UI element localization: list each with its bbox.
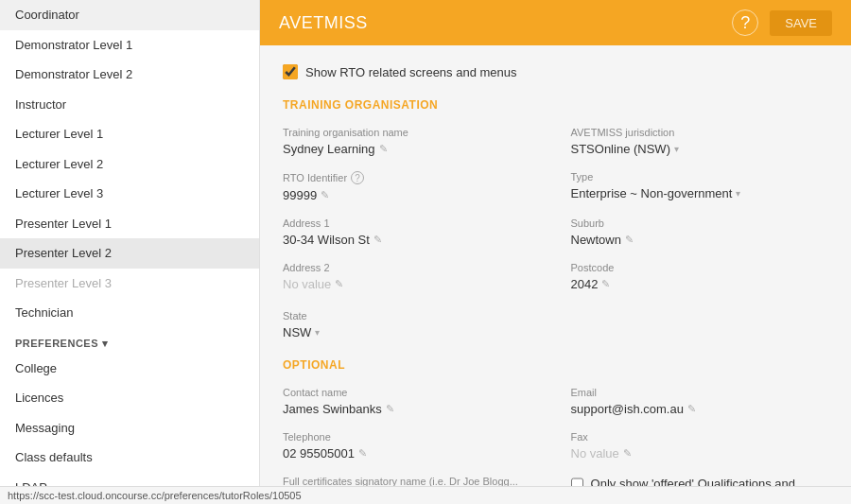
org-name-field: Training organisation name Sydney Learni… <box>283 127 541 156</box>
sidebar-item-coordinator[interactable]: Coordinator <box>0 0 259 30</box>
sidebar-item-lecturer-2[interactable]: Lecturer Level 2 <box>0 149 259 180</box>
suburb-field: Suburb Newtown ✎ <box>571 217 829 247</box>
show-rto-label: Show RTO related screens and menus <box>305 65 517 79</box>
chevron-down-icon: ▾ <box>102 338 109 350</box>
sidebar-item-demonstrator-1[interactable]: Demonstrator Level 1 <box>0 30 259 61</box>
sidebar: Coordinator Demonstrator Level 1 Demonst… <box>0 0 260 504</box>
email-label: Email <box>571 387 829 398</box>
address2-label: Address 2 <box>283 262 541 273</box>
sidebar-item-lecturer-3[interactable]: Lecturer Level 3 <box>0 179 259 209</box>
fax-field: Fax No value ✎ <box>571 431 829 461</box>
type-label: Type <box>571 171 829 182</box>
sidebar-item-presenter-2[interactable]: Presenter Level 2 <box>0 238 259 269</box>
type-field: Type Enterprise ~ Non-government ▾ <box>571 171 829 202</box>
sidebar-item-class-defaults[interactable]: Class defaults <box>0 443 259 473</box>
address1-value: 30-34 Wilson St ✎ <box>283 233 541 247</box>
help-button[interactable]: ? <box>732 9 758 36</box>
sidebar-item-lecturer-1[interactable]: Lecturer Level 1 <box>0 119 259 149</box>
header-actions: ? SAVE <box>732 9 832 36</box>
address1-label: Address 1 <box>283 217 541 229</box>
contact-name-field: Contact name James Swinbanks ✎ <box>283 387 541 416</box>
fax-value: No value ✎ <box>571 446 829 461</box>
sidebar-item-presenter-1[interactable]: Presenter Level 1 <box>0 209 259 239</box>
jurisdiction-label: AVETMISS jurisdiction <box>571 127 829 138</box>
show-rto-row: Show RTO related screens and menus <box>283 64 828 79</box>
page-title: AVETMISS <box>279 13 368 33</box>
telephone-label: Telephone <box>283 431 541 443</box>
rto-id-edit-icon[interactable]: ✎ <box>321 189 329 201</box>
postcode-field: Postcode 2042 ✎ <box>571 262 829 291</box>
suburb-label: Suburb <box>571 217 829 229</box>
telephone-field: Telephone 02 95505001 ✎ <box>283 431 541 461</box>
state-label: State <box>283 310 828 322</box>
address2-field: Address 2 No value ✎ <box>283 262 541 291</box>
preferences-section-header[interactable]: PREFERENCES ▾ <box>0 328 259 354</box>
contact-name-label: Contact name <box>283 387 541 398</box>
org-name-value: Sydney Learning ✎ <box>283 142 541 156</box>
org-name-label: Training organisation name <box>283 127 541 138</box>
rto-id-info-icon[interactable]: ? <box>351 171 364 184</box>
jurisdiction-field: AVETMISS jurisdiction STSOnline (NSW) ▾ <box>571 127 829 156</box>
state-value: NSW ▾ <box>283 325 828 339</box>
suburb-value: Newtown ✎ <box>571 233 829 247</box>
rto-id-value: 99999 ✎ <box>283 188 541 202</box>
rto-id-field: RTO Identifier ? 99999 ✎ <box>283 171 541 202</box>
rto-id-label: RTO Identifier ? <box>283 171 541 184</box>
postcode-edit-icon[interactable]: ✎ <box>601 278 610 290</box>
address2-edit-icon[interactable]: ✎ <box>335 278 343 290</box>
contact-name-value: James Swinbanks ✎ <box>283 402 541 416</box>
address2-value: No value ✎ <box>283 277 541 291</box>
sidebar-item-instructor[interactable]: Instructor <box>0 90 259 120</box>
postcode-value: 2042 ✎ <box>571 277 829 291</box>
suburb-edit-icon[interactable]: ✎ <box>625 234 634 246</box>
sidebar-item-messaging[interactable]: Messaging <box>0 413 259 443</box>
address1-edit-icon[interactable]: ✎ <box>373 234 382 246</box>
type-dropdown-icon[interactable]: ▾ <box>736 188 740 199</box>
save-button[interactable]: SAVE <box>770 10 832 36</box>
email-value: support@ish.com.au ✎ <box>571 402 829 416</box>
fax-edit-icon[interactable]: ✎ <box>623 447 632 460</box>
show-rto-checkbox[interactable] <box>283 64 298 79</box>
optional-section-header: OPTIONAL <box>283 358 828 372</box>
email-field: Email support@ish.com.au ✎ <box>571 387 829 416</box>
sidebar-item-college[interactable]: College <box>0 354 259 384</box>
state-dropdown-icon[interactable]: ▾ <box>315 327 320 338</box>
type-value: Enterprise ~ Non-government ▾ <box>571 186 829 200</box>
sidebar-item-technician[interactable]: Technician <box>0 298 259 328</box>
sidebar-item-demonstrator-2[interactable]: Demonstrator Level 2 <box>0 60 259 90</box>
jurisdiction-dropdown-icon[interactable]: ▾ <box>674 144 679 154</box>
telephone-value: 02 95505001 ✎ <box>283 446 541 461</box>
content-area: Show RTO related screens and menus TRAIN… <box>260 45 851 504</box>
org-name-edit-icon[interactable]: ✎ <box>379 143 388 155</box>
contact-name-edit-icon[interactable]: ✎ <box>386 403 394 415</box>
header: AVETMISS ? SAVE <box>260 0 851 45</box>
sidebar-item-licences[interactable]: Licences <box>0 383 259 413</box>
address1-field: Address 1 30-34 Wilson St ✎ <box>283 217 541 247</box>
status-bar: https://scc-test.cloud.oncourse.cc/prefe… <box>0 486 260 504</box>
training-org-section-header: TRAINING ORGANISATION <box>283 98 828 112</box>
sidebar-item-presenter-3[interactable]: Presenter Level 3 <box>0 269 259 299</box>
telephone-edit-icon[interactable]: ✎ <box>358 447 367 460</box>
email-edit-icon[interactable]: ✎ <box>687 403 696 415</box>
training-org-fields: Training organisation name Sydney Learni… <box>283 127 828 291</box>
fax-label: Fax <box>571 431 829 443</box>
main-content: AVETMISS ? SAVE Show RTO related screens… <box>260 0 851 504</box>
state-field: State NSW ▾ <box>283 310 828 339</box>
postcode-label: Postcode <box>571 262 829 273</box>
preferences-label: PREFERENCES <box>15 338 98 349</box>
jurisdiction-value: STSOnline (NSW) ▾ <box>571 142 829 156</box>
